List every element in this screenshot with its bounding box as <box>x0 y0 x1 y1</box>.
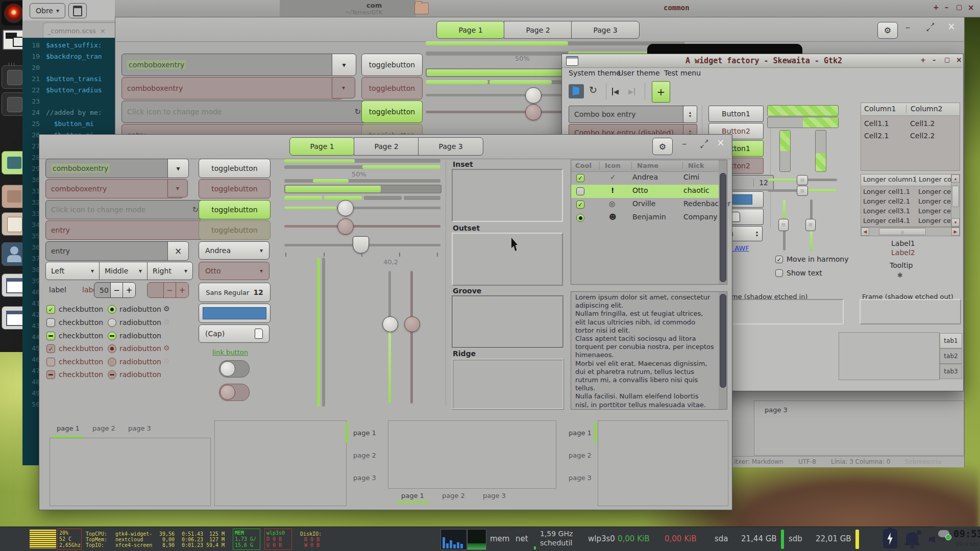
bg-minimize-icon[interactable]: – <box>905 21 910 32</box>
gtk2-hscale-knob-1[interactable]: ||| <box>797 175 808 185</box>
radio-unselected[interactable] <box>108 318 116 327</box>
bg-tab-page1[interactable]: Page 1 <box>436 21 505 39</box>
bg-tab-page3[interactable]: Page 3 <box>571 21 640 39</box>
clock-area[interactable]: 09:53 20 d'abr. <box>935 527 980 551</box>
tree-row-1[interactable]: ✓ ✓ Andrea Cimi <box>571 171 719 185</box>
hscale-1[interactable] <box>284 207 440 209</box>
net-graph[interactable] <box>467 529 486 550</box>
color-button[interactable] <box>199 304 271 323</box>
radio-selected[interactable] <box>108 305 116 314</box>
sda-label[interactable]: sda <box>715 534 728 543</box>
nb3-tab-page3[interactable]: page 3 <box>478 488 516 503</box>
front-gear-menu-button[interactable]: ⚙ <box>652 138 673 155</box>
gtk2-check-showtext[interactable] <box>775 269 783 277</box>
radio-indeterminate[interactable] <box>108 332 116 340</box>
checkbutton-label[interactable]: checkbutton <box>59 332 103 340</box>
entry-clearable[interactable]: entry <box>45 241 184 261</box>
spin-minus-icon[interactable]: − <box>110 283 122 297</box>
gtk2-maximize-icon[interactable]: ▢ <box>944 56 950 63</box>
skip-backward-icon[interactable]: ◀ <box>612 86 619 96</box>
refresh-icon[interactable]: ↻ <box>192 205 199 214</box>
radiobutton-label[interactable]: radiobutton <box>119 332 161 340</box>
mem-applet-label[interactable]: mem <box>490 534 509 543</box>
governor-label[interactable]: schedutil <box>540 539 573 547</box>
table-cell[interactable]: Longer cell3.1 <box>863 207 910 215</box>
wifi-iface-label[interactable]: wlp3s0 <box>588 534 615 543</box>
gtk2-side-tab1[interactable]: tab1 <box>940 333 962 348</box>
gtk2-combo-entry[interactable]: Combo box entry <box>569 106 693 123</box>
refresh-icon[interactable]: ↻ <box>589 84 597 95</box>
table-cell[interactable]: Cell1.2 <box>910 119 935 128</box>
bg-gear-menu-button[interactable]: ⚙ <box>877 22 898 39</box>
minimize-icon[interactable]: – <box>945 3 948 11</box>
toolbar-media-icon[interactable] <box>569 84 584 98</box>
gtk2-table2-vscrollbar[interactable]: ▴ ▾ <box>951 174 960 227</box>
checkbutton-label[interactable]: checkbutton <box>59 305 103 313</box>
checkbox-unchecked[interactable] <box>46 318 55 327</box>
togglebutton-3[interactable]: togglebutton <box>199 200 271 219</box>
clear-entry-icon[interactable]: × <box>167 241 189 261</box>
sdb-label[interactable]: sdb <box>789 534 802 543</box>
mem-graph[interactable] <box>440 529 467 550</box>
gtk2-vscale-knob-1[interactable]: ||| <box>778 219 789 231</box>
bg-tab-page2[interactable]: Page 2 <box>504 21 572 39</box>
gear-icon[interactable]: ⚙ <box>163 305 170 313</box>
tree-header-cool[interactable]: Cool <box>575 162 592 169</box>
menu-system-theme[interactable]: System theme <box>569 69 621 77</box>
nb3-tab-page2[interactable]: page 2 <box>437 488 475 503</box>
new-window-button[interactable] <box>68 3 87 18</box>
gtk2-check-harmony[interactable]: ✓ <box>775 256 783 263</box>
radiobutton-label[interactable]: radiobutton <box>119 318 161 327</box>
column-header[interactable]: Longer col <box>915 176 952 183</box>
text-vscrollbar[interactable] <box>719 292 727 409</box>
gtk2-check-showtext-label[interactable]: Show text <box>787 269 822 277</box>
link-button[interactable]: link button <box>212 348 248 356</box>
switch-off[interactable] <box>219 360 250 378</box>
textview[interactable]: Lorem ipsum dolor sit amet, consectetur … <box>571 291 727 410</box>
gtk2-side-tab2[interactable]: tab2 <box>940 348 962 364</box>
front-maximize-icon[interactable]: ↗ ↙ <box>700 140 710 151</box>
bg-mode-entry[interactable]: Click icon to change mode ↻ <box>121 101 366 123</box>
notification-bell-icon[interactable] <box>904 530 921 548</box>
bg-togglebutton-1[interactable]: togglebutton <box>361 54 423 76</box>
table-cell[interactable]: Cell2.2 <box>910 132 935 140</box>
table-cell[interactable]: Longer cel <box>918 207 952 215</box>
gtk2-vscale-knob-2[interactable]: ||| <box>805 219 816 231</box>
editor-tab[interactable]: _common.scss × <box>43 22 124 38</box>
nb4-tab-page3[interactable]: page 3 <box>564 467 599 488</box>
gtk2-combo-spin[interactable]: ▴▾ <box>683 106 697 123</box>
table-cell[interactable]: Cell2.1 <box>864 132 889 140</box>
dropdown-right[interactable]: Right▾ <box>147 262 193 280</box>
refresh-icon[interactable]: ↻ <box>354 107 361 116</box>
front-headerbar[interactable]: Page 1 Page 2 Page 3 ⚙ – ↗ ↙ × <box>39 135 731 159</box>
tree-vscrollbar[interactable] <box>719 160 727 284</box>
bg-close-icon[interactable]: × <box>947 20 955 32</box>
front-tab-page3[interactable]: Page 3 <box>418 137 483 156</box>
gtk2-check-harmony-label[interactable]: Move in harmony <box>787 255 849 263</box>
table-cell[interactable]: Longer cel <box>918 188 952 195</box>
nb1-tab-page1[interactable]: page 1 <box>52 420 88 436</box>
tree-row-2-selected[interactable]: ! Otto chaotic <box>571 185 719 198</box>
file-chooser-button[interactable]: (Cap) <box>199 324 270 343</box>
battery-icon[interactable] <box>883 529 897 548</box>
gtk2-table2-hscrollbar[interactable]: ◀ ||| ▶ <box>861 227 960 236</box>
nb2-tab-page2[interactable]: page 2 <box>348 445 386 465</box>
spin-plus-icon[interactable]: + <box>122 283 135 297</box>
pin-icon[interactable]: + <box>933 3 939 11</box>
net-applet-label[interactable]: net <box>516 534 528 543</box>
front-tab-page2[interactable]: Page 2 <box>354 137 419 156</box>
font-button[interactable]: Sans Regular 12 <box>199 283 271 302</box>
nb1-tab-page2[interactable]: page 2 <box>87 420 124 436</box>
checkbutton-label[interactable]: checkbutton <box>59 318 103 327</box>
front-close-icon[interactable]: × <box>717 137 725 148</box>
gtk2-button1[interactable]: Button1 <box>708 106 764 122</box>
menu-test-menu[interactable]: Test menu <box>664 69 701 77</box>
column-header[interactable]: Longer column1 <box>863 176 917 183</box>
checkbox-checked[interactable]: ✓ <box>46 305 55 314</box>
tree-header-nick[interactable]: Nick <box>682 162 704 169</box>
bg-maximize-icon[interactable]: ↗ ↙ <box>926 23 936 34</box>
bg-comboboxentry-1[interactable]: comboboxentry <box>121 54 343 76</box>
bg-togglebutton-3[interactable]: togglebutton <box>361 101 423 123</box>
mode-entry[interactable]: Click icon to change mode ↻ <box>45 200 204 219</box>
nb4-tab-page2[interactable]: page 2 <box>564 445 599 465</box>
